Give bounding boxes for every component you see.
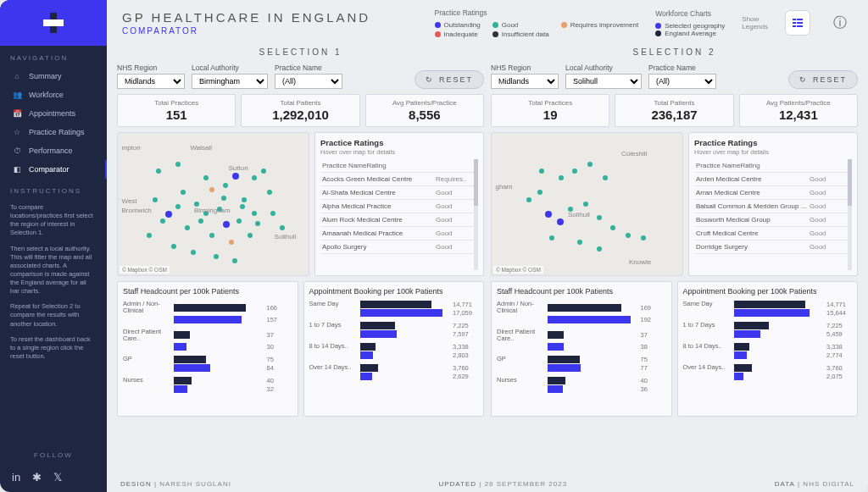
bar-selected[interactable]: [360, 322, 395, 329]
map-dot[interactable]: [557, 218, 564, 225]
bar-england[interactable]: [548, 343, 564, 351]
twitter-icon[interactable]: 𝕏: [53, 471, 62, 484]
map-dot[interactable]: [223, 183, 228, 188]
reset-button[interactable]: ↻RESET: [788, 70, 858, 89]
map-dot[interactable]: [267, 190, 272, 195]
nav-item-workforce[interactable]: 👥Workforce: [0, 86, 107, 104]
map-dot[interactable]: [236, 218, 242, 224]
map-dot[interactable]: [232, 258, 237, 263]
map-dot[interactable]: [198, 218, 203, 224]
bar-england[interactable]: [360, 309, 442, 317]
ratings-row[interactable]: Al-Shafa Medical CentreGood: [320, 186, 478, 200]
map-dot[interactable]: [153, 197, 158, 202]
pn-select[interactable]: (All): [648, 74, 716, 89]
tableau-icon[interactable]: ✱: [32, 471, 42, 484]
map-dot[interactable]: [252, 211, 257, 216]
ratings-row[interactable]: Arran Medical CentreGood: [694, 186, 852, 200]
linkedin-icon[interactable]: in: [12, 471, 20, 484]
map-dot[interactable]: [603, 175, 608, 180]
bar-england[interactable]: [174, 316, 242, 323]
ratings-row[interactable]: Amaanah Medical PracticeGood: [320, 227, 478, 240]
bar-selected[interactable]: [548, 377, 565, 384]
nav-item-summary[interactable]: ⌂Summary: [0, 67, 107, 86]
la-select[interactable]: Birmingham: [192, 74, 268, 89]
scrollbar[interactable]: [848, 159, 852, 270]
map-dot[interactable]: [261, 169, 266, 174]
map-dot[interactable]: [549, 235, 554, 240]
bar-selected[interactable]: [360, 364, 378, 372]
bar-selected[interactable]: [174, 331, 190, 339]
info-icon[interactable]: ⓘ: [827, 10, 853, 36]
bar-england[interactable]: [548, 316, 631, 323]
map-dot[interactable]: [191, 250, 196, 255]
nav-item-performance[interactable]: ⏱Performance: [0, 141, 107, 160]
map-dot[interactable]: [587, 162, 593, 167]
map-dot[interactable]: [240, 204, 245, 209]
scrollbar[interactable]: [474, 159, 478, 270]
bar-england[interactable]: [174, 343, 186, 351]
bar-england[interactable]: [734, 373, 744, 380]
map-dot[interactable]: [214, 254, 219, 259]
map-dot[interactable]: [223, 221, 230, 228]
region-select[interactable]: Midlands: [117, 74, 185, 89]
ratings-row[interactable]: Apollo SurgeryGood: [320, 240, 478, 254]
map-dot[interactable]: [185, 225, 190, 230]
map-dot[interactable]: [232, 173, 239, 180]
ratings-row[interactable]: Alum Rock Medical CentreGood: [320, 213, 478, 227]
map-dot[interactable]: [156, 169, 161, 174]
bar-england[interactable]: [174, 385, 187, 393]
la-select[interactable]: Solihull: [565, 74, 642, 89]
bar-selected[interactable]: [360, 301, 431, 308]
ratings-row[interactable]: Acocks Green Medical CentreRequires..: [320, 173, 478, 186]
map-dot[interactable]: [209, 233, 214, 238]
map-dot[interactable]: [626, 233, 631, 238]
map-dot[interactable]: [229, 240, 234, 245]
map-dot[interactable]: [160, 218, 165, 224]
bar-selected[interactable]: [548, 356, 580, 363]
map-dot[interactable]: [194, 202, 199, 207]
ratings-row[interactable]: Arden Medical CentreGood: [694, 173, 852, 186]
map-dot[interactable]: [175, 204, 181, 209]
bar-selected[interactable]: [734, 343, 750, 351]
bar-england[interactable]: [360, 351, 374, 359]
map-dot[interactable]: [248, 233, 253, 238]
region-select[interactable]: Midlands: [491, 74, 559, 89]
map-card[interactable]: © Mapbox © OSMmptonWalsallWestBromwichBi…: [117, 132, 309, 276]
nav-item-practice-ratings[interactable]: ☆Practice Ratings: [0, 123, 107, 141]
bar-england[interactable]: [548, 364, 581, 372]
reset-button[interactable]: ↻RESET: [415, 70, 484, 89]
bar-selected[interactable]: [734, 301, 805, 308]
ratings-row[interactable]: Croft Medical CentreGood: [694, 227, 852, 240]
bar-england[interactable]: [734, 330, 760, 338]
map-dot[interactable]: [147, 233, 152, 238]
bar-england[interactable]: [734, 351, 748, 359]
map-dot[interactable]: [572, 169, 577, 174]
map-dot[interactable]: [583, 202, 588, 207]
bar-england[interactable]: [548, 385, 563, 393]
bar-england[interactable]: [360, 330, 397, 338]
map-dot[interactable]: [221, 196, 226, 201]
show-legends-button[interactable]: [785, 10, 810, 36]
map-dot[interactable]: [641, 235, 646, 240]
ratings-row[interactable]: Dorridge SurgeryGood: [694, 240, 852, 254]
map-dot[interactable]: [171, 244, 176, 249]
map-dot[interactable]: [526, 197, 531, 202]
bar-selected[interactable]: [174, 304, 246, 312]
bar-england[interactable]: [734, 309, 810, 317]
map-dot[interactable]: [242, 197, 247, 202]
map-dot[interactable]: [252, 175, 257, 180]
map-dot[interactable]: [610, 225, 615, 230]
ratings-row[interactable]: Bosworth Medical GroupGood: [694, 213, 852, 227]
bar-selected[interactable]: [548, 304, 621, 312]
ratings-row[interactable]: Alpha Medical PracticeGood: [320, 200, 478, 213]
map-dot[interactable]: [209, 187, 214, 192]
map-dot[interactable]: [175, 162, 181, 167]
pn-select[interactable]: (All): [275, 74, 342, 89]
bar-selected[interactable]: [360, 343, 376, 351]
nav-item-appointments[interactable]: 📅Appointments: [0, 104, 107, 123]
bar-selected[interactable]: [734, 322, 769, 329]
nav-item-comparator[interactable]: ◧Comparator: [0, 160, 107, 179]
bar-england[interactable]: [360, 373, 373, 380]
bar-selected[interactable]: [174, 356, 206, 363]
bar-selected[interactable]: [548, 331, 564, 339]
